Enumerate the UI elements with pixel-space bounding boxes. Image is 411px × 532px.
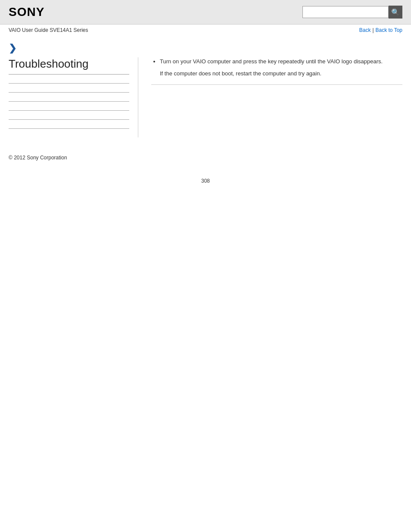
chevron-right-icon: ❯ xyxy=(9,43,16,53)
nav-bar: VAIO User Guide SVE14A1 Series Back | Ba… xyxy=(0,25,411,36)
sony-logo: SONY xyxy=(9,5,44,19)
page-number: 308 xyxy=(0,169,411,193)
search-button[interactable]: 🔍 xyxy=(389,6,402,19)
main-content: Troubleshooting Turn on your VAIO comput… xyxy=(0,57,411,137)
copyright-text: © 2012 Sony Corporation xyxy=(9,155,67,161)
page-header: SONY 🔍 xyxy=(0,0,411,25)
sidebar-divider-2 xyxy=(9,92,129,93)
sidebar: Troubleshooting xyxy=(9,57,138,137)
search-icon: 🔍 xyxy=(391,8,400,16)
sidebar-divider-4 xyxy=(9,110,129,111)
sidebar-title: Troubleshooting xyxy=(9,57,129,75)
sidebar-divider-3 xyxy=(9,101,129,102)
breadcrumb: VAIO User Guide SVE14A1 Series xyxy=(9,27,88,33)
search-area: 🔍 xyxy=(302,6,402,19)
content-sub-text: If the computer does not boot, restart t… xyxy=(160,69,402,78)
content-list: Turn on your VAIO computer and press the… xyxy=(151,57,402,66)
back-link[interactable]: Back xyxy=(359,27,371,33)
sidebar-divider-5 xyxy=(9,119,129,120)
content-area: Turn on your VAIO computer and press the… xyxy=(138,57,402,137)
bullet-text: Turn on your VAIO computer and press the… xyxy=(160,58,383,65)
list-item: Turn on your VAIO computer and press the… xyxy=(160,57,402,66)
sidebar-divider-6 xyxy=(9,128,129,129)
back-to-top-link[interactable]: Back to Top xyxy=(376,27,402,33)
sidebar-divider-1 xyxy=(9,83,129,84)
footer: © 2012 Sony Corporation xyxy=(0,137,411,169)
chevron-area: ❯ xyxy=(0,36,411,57)
content-separator xyxy=(151,84,402,85)
nav-separator: | xyxy=(372,27,374,33)
search-input[interactable] xyxy=(302,6,389,18)
nav-links: Back | Back to Top xyxy=(359,27,402,33)
